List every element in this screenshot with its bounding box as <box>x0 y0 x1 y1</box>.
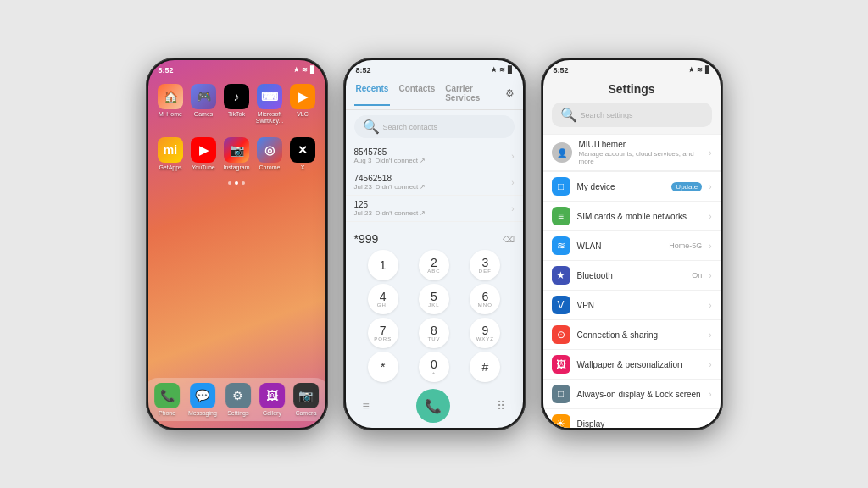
num-btn-3[interactable]: 3DEF <box>470 250 500 280</box>
num-btn-1[interactable]: 1 <box>368 250 398 280</box>
app-icon-games[interactable]: 🎮Games <box>190 84 218 124</box>
grid-icon[interactable]: ⠿ <box>497 399 505 413</box>
settings-item-connection-sharing[interactable]: ⊙Connection & sharing› <box>543 320 721 350</box>
settings-item-my-device[interactable]: □My deviceUpdate› <box>543 171 721 202</box>
app-label-mi-home: Mi Home <box>159 111 182 118</box>
backspace-icon[interactable]: ⌫ <box>503 235 515 244</box>
bat-icon-3: ▊ <box>705 66 710 74</box>
user-avatar: 👤 <box>552 142 572 163</box>
dot-2 <box>235 181 238 185</box>
settings-text-display: Display <box>577 419 703 429</box>
call-item-1[interactable]: 8545785 Aug 3 Didn't connect ↗ › <box>346 143 523 169</box>
call-info-2: 74562518 Jul 23 Didn't connect ↗ <box>354 174 512 191</box>
settings-icon-connection-sharing: ⊙ <box>552 325 570 344</box>
settings-arrow-wlan: › <box>709 241 711 251</box>
num-btn-4[interactable]: 4GHI <box>368 284 398 314</box>
dock-app-messaging[interactable]: 💬Messaging <box>188 383 217 416</box>
dock-dots <box>148 181 326 185</box>
tab-contacts[interactable]: Contacts <box>397 80 437 106</box>
settings-icon-btn[interactable]: ⚙ <box>505 80 515 106</box>
tab-carrier[interactable]: Carrier Services <box>443 80 498 106</box>
dot-1 <box>228 181 231 185</box>
settings-icon-bluetooth: ★ <box>552 266 570 285</box>
dialer-input-field[interactable]: *999 <box>354 232 503 246</box>
num-btn-2[interactable]: 2ABC <box>419 250 449 280</box>
search-contacts-bar[interactable]: 🔍 Search contacts <box>354 115 515 138</box>
call-chevron-1: › <box>511 152 514 161</box>
user-sub: Manage accounts, cloud services, and mor… <box>579 150 703 165</box>
settings-user-item[interactable]: 👤 MIUIThemer Manage accounts, cloud serv… <box>543 134 721 171</box>
app-icon-chrome[interactable]: ◎Chrome <box>256 137 284 171</box>
app-label-getapps: GetApps <box>159 164 181 171</box>
search-contacts-placeholder: Search contacts <box>383 123 438 131</box>
settings-item-sim-cards[interactable]: ≡SIM cards & mobile networks› <box>543 202 721 231</box>
battery-icon: ▊ <box>310 66 315 74</box>
call-item-2[interactable]: 74562518 Jul 23 Didn't connect ↗ › <box>346 169 523 196</box>
status-icons-3: ★ ≋ ▊ <box>688 66 710 74</box>
dock: 📞Phone💬Messaging⚙Settings🖼Gallery📷Camera <box>148 378 326 421</box>
app-label-chrome: Chrome <box>259 164 281 171</box>
call-number-2: 74562518 <box>354 174 512 183</box>
app-icon-tiktok[interactable]: ♪TikTok <box>223 84 251 124</box>
app-label-games: Games <box>194 111 214 118</box>
call-number-3: 125 <box>354 200 512 209</box>
num-btn-9[interactable]: 9WXYZ <box>470 318 500 348</box>
settings-icon-sim-cards: ≡ <box>552 207 570 225</box>
settings-text-bluetooth: Bluetooth <box>577 271 686 280</box>
app-icon-instagram[interactable]: 📷Instagram <box>223 137 251 171</box>
settings-item-display[interactable]: ☀Display› <box>543 409 721 428</box>
dock-app-gallery[interactable]: 🖼Gallery <box>259 383 285 416</box>
num-btn-0[interactable]: 0+ <box>419 352 449 382</box>
settings-text-wlan: WLAN <box>577 241 663 251</box>
app-icon-ms-swift[interactable]: ⌨Microsoft SwiftKey... <box>256 84 284 124</box>
call-button[interactable]: 📞 <box>416 389 450 423</box>
settings-icon-wlan: ≋ <box>552 236 570 255</box>
num-btn-#[interactable]: # <box>470 352 500 382</box>
settings-text-wallpaper: Wallpaper & personalization <box>577 360 703 369</box>
settings-user-text: MIUIThemer Manage accounts, cloud servic… <box>579 140 703 165</box>
app-icon-getapps[interactable]: miGetApps <box>157 137 185 171</box>
call-meta-3: Jul 23 Didn't connect ↗ <box>354 209 512 217</box>
num-btn-6[interactable]: 6MNO <box>470 284 500 314</box>
numpad: 12ABC3DEF4GHI5JKL6MNO7PQRS8TUV9WXYZ*0+# <box>346 250 523 382</box>
num-btn-8[interactable]: 8TUV <box>419 318 449 348</box>
settings-item-bluetooth[interactable]: ★BluetoothOn› <box>543 261 721 291</box>
settings-item-vpn[interactable]: VVPN› <box>543 291 721 320</box>
menu-icon[interactable]: ≡ <box>363 399 370 413</box>
settings-item-wallpaper[interactable]: 🖼Wallpaper & personalization› <box>543 350 721 380</box>
dock-label-gallery: Gallery <box>263 410 281 416</box>
dot-3 <box>242 181 245 185</box>
bat-icon-2: ▊ <box>508 66 513 74</box>
num-btn-5[interactable]: 5JKL <box>419 284 449 314</box>
settings-arrow-vpn: › <box>709 301 711 310</box>
tab-recents[interactable]: Recents <box>354 80 391 106</box>
settings-badge-my-device: Update <box>671 182 702 191</box>
phone-homescreen: 8:52 ★ ≋ ▊ 🏠Mi Home🎮Games♪TikTok⌨Microso… <box>146 58 328 430</box>
app-icon-x[interactable]: ✕X <box>289 137 317 171</box>
num-btn-*[interactable]: * <box>368 352 398 382</box>
num-btn-7[interactable]: 7PQRS <box>368 318 398 348</box>
call-info-1: 8545785 Aug 3 Didn't connect ↗ <box>354 147 512 164</box>
app-icon-youtube[interactable]: ▶YouTube <box>190 137 218 171</box>
settings-label-sim-cards: SIM cards & mobile networks <box>577 212 703 221</box>
settings-label-always-on: Always-on display & Lock screen <box>577 390 703 399</box>
call-item-3[interactable]: 125 Jul 23 Didn't connect ↗ › <box>346 196 523 222</box>
dock-label-phone: Phone <box>159 410 175 416</box>
signal-icon: ≋ <box>302 66 308 74</box>
dock-app-settings[interactable]: ⚙Settings <box>225 383 251 416</box>
dock-app-camera[interactable]: 📷Camera <box>293 383 319 416</box>
dock-app-phone[interactable]: 📞Phone <box>154 383 180 416</box>
call-info-3: 125 Jul 23 Didn't connect ↗ <box>354 200 512 217</box>
app-icon-vlc[interactable]: ▶VLC <box>289 84 317 124</box>
app-label-ms-swift: Microsoft SwiftKey... <box>256 111 284 124</box>
settings-label-my-device: My device <box>577 182 665 191</box>
settings-search-bar[interactable]: 🔍 Search settings <box>552 103 712 127</box>
settings-label-wlan: WLAN <box>577 241 663 251</box>
app-icon-mi-home[interactable]: 🏠Mi Home <box>157 84 185 124</box>
settings-list: 👤 MIUIThemer Manage accounts, cloud serv… <box>543 130 721 428</box>
settings-item-wlan[interactable]: ≋WLANHome-5G› <box>543 231 721 261</box>
app-label-instagram: Instagram <box>223 164 249 171</box>
settings-item-always-on[interactable]: □Always-on display & Lock screen› <box>543 380 721 409</box>
call-chevron-2: › <box>511 178 514 187</box>
settings-arrow-always-on: › <box>709 390 711 399</box>
